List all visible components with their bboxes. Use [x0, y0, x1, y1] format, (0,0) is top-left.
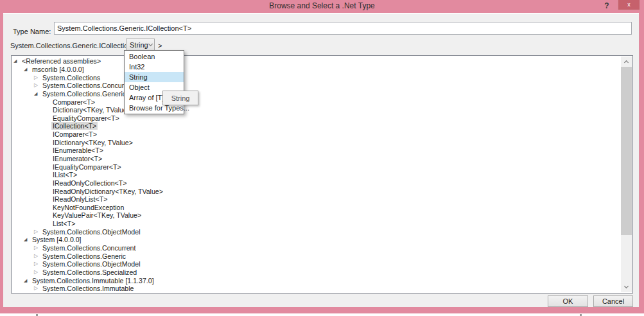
tree-item[interactable]: KeyNotFoundException — [12, 204, 621, 212]
tree-item[interactable]: ◢<Referenced assemblies> — [12, 57, 621, 66]
tree-item[interactable]: List<T> — [12, 220, 621, 228]
tree-item[interactable]: ▷System.Collections.ObjectModel — [12, 227, 621, 236]
tree-item[interactable]: ◢System [4.0.0.0] — [12, 236, 621, 244]
tree-item[interactable]: ▷System.Collections — [12, 73, 621, 82]
tree-collapsed-icon[interactable]: ▷ — [34, 254, 41, 259]
tree-item-label: System.Collections.Specialized — [41, 268, 138, 276]
tree-item-label: EqualityComparer<T> — [51, 114, 121, 122]
tree-expanded-icon[interactable]: ◢ — [34, 91, 41, 96]
cancel-button[interactable]: Cancel — [593, 295, 633, 307]
scroll-down-button[interactable] — [621, 282, 632, 292]
generic-type-prefix: System.Collections.Generic.ICollection < — [10, 42, 138, 49]
generic-argument-combobox[interactable]: String — [126, 39, 155, 51]
tree-item-label: List<T> — [51, 220, 76, 227]
type-name-label: Type Name: — [13, 28, 51, 35]
tree-item[interactable]: ◢System.Collections.Generic — [12, 90, 621, 98]
tree-item-label: KeyNotFoundException — [51, 204, 125, 211]
tree-item[interactable]: ◢System.Collections.Immutable [1.1.37.0] — [12, 276, 621, 285]
dialog-border-right — [639, 13, 644, 307]
scroll-up-button[interactable] — [621, 57, 632, 67]
chevron-up-icon — [624, 60, 629, 65]
tree-item-label: IReadOnlyDictionary<TKey, TValue> — [51, 188, 164, 195]
combobox-value: String — [130, 41, 149, 49]
tree-item[interactable]: Comparer<T> — [12, 98, 621, 106]
tree-item[interactable]: ▷System.Collections.Concurrent — [12, 244, 621, 252]
tree-expanded-icon[interactable]: ◢ — [24, 237, 31, 242]
generic-type-suffix: > — [158, 42, 162, 49]
dropdown-item[interactable]: Boolean — [125, 51, 184, 62]
tree-collapsed-icon[interactable]: ▷ — [34, 270, 41, 275]
tree-collapsed-icon[interactable]: ▷ — [34, 261, 41, 267]
ok-button[interactable]: OK — [548, 295, 588, 307]
tree-collapsed-icon[interactable]: ▷ — [34, 83, 41, 88]
dropdown-item[interactable]: String — [125, 72, 184, 82]
tree-expanded-icon[interactable]: ◢ — [13, 58, 21, 64]
tree-item-label: System.Collections.Concurrent — [41, 244, 137, 252]
tree-item-label: System.Collections.Generic — [41, 252, 127, 260]
scrollbar-thumb[interactable] — [621, 67, 632, 235]
tree-item[interactable]: IDictionary<TKey, TValue> — [12, 138, 621, 146]
tree-item-label: System.Collections — [41, 74, 101, 82]
dialog-body: Type Name: System.Collections.Generic.IC… — [3, 13, 639, 307]
type-name-input[interactable] — [54, 22, 632, 35]
tree-item-label: IEnumerator<T> — [51, 155, 103, 162]
tree-item[interactable]: IReadOnlyList<T> — [12, 195, 621, 204]
tree-item[interactable]: IReadOnlyDictionary<TKey, TValue> — [12, 187, 621, 195]
tree-item-label: IList<T> — [51, 171, 78, 179]
help-icon[interactable]: ? — [601, 1, 613, 12]
tree-item-label: KeyValuePair<TKey, TValue> — [51, 211, 143, 219]
tree-item[interactable]: EqualityComparer<T> — [12, 114, 621, 122]
tree-item[interactable]: ▷System.Collections.ObjectModel — [12, 260, 621, 268]
tree-expanded-icon[interactable]: ◢ — [24, 67, 31, 72]
tree-expanded-icon[interactable]: ◢ — [24, 278, 31, 283]
desktop-behind-dialog — [0, 313, 644, 316]
dropdown-item[interactable]: Int32 — [125, 62, 184, 72]
tree-item-label: IEnumerable<T> — [51, 146, 105, 154]
tree-item[interactable]: ▷System.Collections.Specialized — [12, 268, 621, 277]
tree-item[interactable]: ▷System.Collections.Generic — [12, 252, 621, 260]
title-bar: Browse and Select a .Net Type — [0, 0, 644, 13]
tree-item[interactable]: Dictionary<TKey, TValue> — [12, 106, 621, 114]
tree-item-label: Comparer<T> — [51, 98, 96, 106]
tree-collapsed-icon[interactable]: ▷ — [34, 286, 41, 291]
dialog-title: Browse and Select a .Net Type — [0, 0, 644, 12]
tree-item[interactable]: ▷System.Collections.Immutable — [12, 285, 621, 292]
tree-item-label: System.Collections.Concurrent — [41, 82, 137, 89]
tree-collapsed-icon[interactable]: ▷ — [34, 245, 41, 250]
chevron-down-icon — [624, 284, 629, 288]
tree-item-label: System.Collections.ObjectModel — [41, 260, 142, 268]
tree-item-label: System.Collections.Immutable — [41, 285, 135, 292]
tree-item-label: IReadOnlyCollection<T> — [51, 179, 128, 187]
tree-item-label: System.Collections.Immutable [1.1.37.0] — [31, 277, 155, 285]
tree-item[interactable]: IList<T> — [12, 171, 621, 179]
tooltip: String — [162, 91, 198, 105]
tree-item[interactable]: IEnumerator<T> — [12, 155, 621, 163]
tree-item-label: ICollection<T> — [51, 122, 98, 130]
tree-item[interactable]: IEnumerable<T> — [12, 146, 621, 155]
tree-item-label: Dictionary<TKey, TValue> — [51, 106, 132, 114]
chevron-down-icon — [148, 41, 153, 46]
tree-item[interactable]: KeyValuePair<TKey, TValue> — [12, 211, 621, 220]
tree-item[interactable]: IReadOnlyCollection<T> — [12, 179, 621, 188]
dialog-border-bottom — [0, 307, 644, 313]
tree-scrollbar[interactable] — [621, 57, 632, 292]
tree-item-label: System [4.0.0.0] — [31, 236, 83, 243]
tree-item-label: IReadOnlyList<T> — [51, 195, 109, 203]
tree-item-label: IEqualityComparer<T> — [51, 163, 123, 171]
tree-item-label: IDictionary<TKey, TValue> — [51, 139, 134, 146]
close-icon[interactable]: x — [618, 0, 640, 10]
tree-item[interactable]: IComparer<T> — [12, 130, 621, 139]
tree-item[interactable]: ◢mscorlib [4.0.0.0] — [12, 66, 621, 74]
tree-item[interactable]: IEqualityComparer<T> — [12, 162, 621, 171]
tree-item-label: <Referenced assemblies> — [21, 57, 102, 65]
type-tree: ◢<Referenced assemblies>◢mscorlib [4.0.0… — [12, 57, 621, 292]
tree-item-label: System.Collections.Generic — [41, 90, 127, 98]
tree-item-label: IComparer<T> — [51, 130, 98, 138]
tree-collapsed-icon[interactable]: ▷ — [34, 229, 41, 234]
tree-item-label: System.Collections.ObjectModel — [41, 228, 142, 236]
tree-collapsed-icon[interactable]: ▷ — [34, 75, 41, 80]
tree-item-label: mscorlib [4.0.0.0] — [31, 66, 85, 73]
tree-item[interactable]: ICollection<T> — [12, 122, 621, 130]
tree-item[interactable]: ▷System.Collections.Concurrent — [12, 82, 621, 90]
type-tree-panel: ◢<Referenced assemblies>◢mscorlib [4.0.0… — [11, 55, 633, 294]
